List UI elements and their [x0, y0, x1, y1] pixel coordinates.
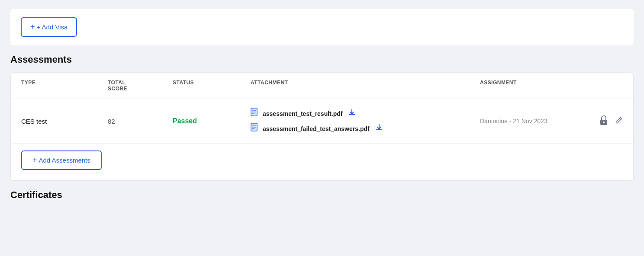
header-status: STATUS — [173, 80, 251, 92]
row-score: 82 — [108, 118, 173, 125]
attachment-item-1[interactable]: assessment_test_result.pdf — [251, 108, 480, 119]
row-assignment: Dantooine - 21 Nov 2023 — [480, 118, 588, 125]
table-row: CES test 82 Passed assessment_test_resul… — [11, 99, 633, 144]
plus-icon: + — [30, 22, 35, 32]
document-icon-2 — [251, 123, 259, 134]
table-header: TYPE TOTALSCORE STATUS ATTACHMENT ASSIGN… — [11, 73, 633, 99]
assessments-card: TYPE TOTALSCORE STATUS ATTACHMENT ASSIGN… — [10, 72, 634, 181]
header-assignment: ASSIGNMENT — [480, 80, 588, 92]
download-icon-2[interactable] — [375, 123, 383, 134]
add-visa-label: + Add Visa — [37, 23, 68, 31]
attachment-name-1: assessment_test_result.pdf — [263, 110, 342, 117]
lock-icon — [599, 115, 608, 128]
header-total-score: TOTALSCORE — [108, 80, 173, 92]
edit-icon[interactable] — [615, 116, 623, 126]
svg-point-9 — [603, 122, 605, 123]
add-assessments-button[interactable]: + Add Assessments — [21, 150, 102, 170]
visa-section: + + Add Visa — [10, 9, 634, 45]
header-attachment: ATTACHMENT — [251, 80, 480, 92]
add-assessments-plus-icon: + — [32, 156, 37, 165]
row-attachments: assessment_test_result.pdf — [251, 108, 480, 134]
header-actions — [588, 80, 623, 92]
attachment-name-2: assessment_failed_test_answers.pdf — [263, 125, 370, 132]
row-actions — [588, 115, 623, 128]
add-assessments-label: Add Assessments — [39, 157, 90, 164]
download-icon-1[interactable] — [348, 108, 356, 119]
row-status: Passed — [173, 117, 251, 125]
header-type: TYPE — [21, 80, 108, 92]
document-icon-1 — [251, 108, 259, 119]
row-type: CES test — [21, 118, 108, 125]
assessments-title: Assessments — [10, 54, 634, 65]
attachment-item-2[interactable]: assessment_failed_test_answers.pdf — [251, 123, 480, 134]
certificates-title: Certificates — [10, 189, 634, 201]
add-visa-button[interactable]: + + Add Visa — [21, 17, 77, 37]
